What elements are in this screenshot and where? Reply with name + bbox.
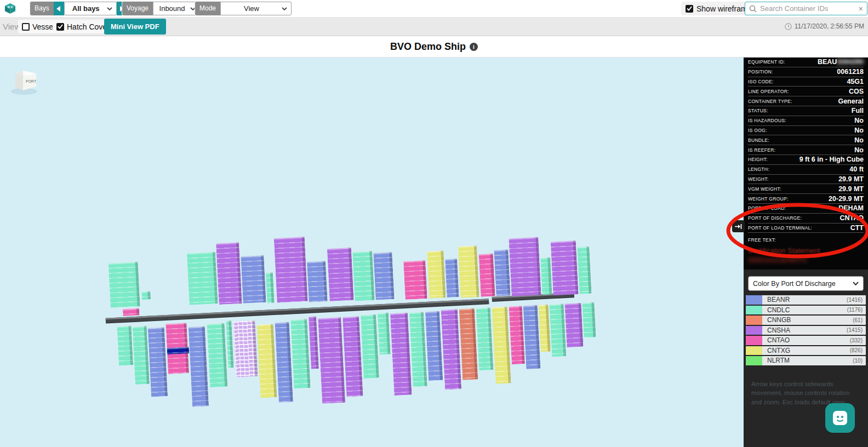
container-stack-above-deck[interactable] [352, 251, 375, 301]
check-icon [687, 6, 692, 11]
container-stack-below-deck[interactable] [492, 307, 511, 384]
legend-color-chip [746, 346, 762, 356]
container-stack-below-deck[interactable] [290, 319, 310, 388]
container-stack-below-deck[interactable] [378, 313, 391, 355]
container-stack-above-deck[interactable] [551, 240, 579, 295]
free-text-line2: 2020111113244UTC [748, 256, 864, 264]
legend-color-chip [746, 356, 762, 365]
container-stack-below-deck[interactable] [257, 324, 277, 398]
page-title: BVO Demo Ship [390, 41, 466, 53]
container-stack-below-deck[interactable] [309, 316, 319, 369]
container-stack-above-deck[interactable] [373, 252, 394, 300]
container-stack-above-deck[interactable] [509, 237, 541, 296]
mode-control-group: Mode View [195, 1, 292, 16]
viewport-3d[interactable]: PORT [0, 58, 744, 447]
container-stack-above-deck[interactable] [445, 259, 459, 297]
mini-view-pdf-button[interactable]: Mini View PDF [104, 19, 166, 35]
legend-item-beanr[interactable]: BEANR(1416) [746, 295, 866, 305]
color-by-select[interactable]: Color By Port Of Discharge [748, 276, 864, 291]
container-stack-below-deck[interactable] [582, 302, 596, 337]
show-wireframes-checkbox[interactable] [686, 5, 693, 13]
legend-count: (1415) [847, 327, 866, 333]
container-stack-below-deck[interactable] [275, 322, 293, 403]
container-stack-below-deck[interactable] [409, 312, 427, 387]
container-stack-below-deck[interactable] [361, 314, 379, 379]
detail-row: PORT OF DISCHARGE:CNTAO [748, 214, 864, 224]
chevron-down-icon [107, 7, 112, 10]
app-logo-icon: B V [4, 2, 16, 17]
mode-select[interactable]: View [220, 2, 292, 15]
panel-collapse-button[interactable] [732, 220, 745, 232]
detail-label: POSITION: [748, 69, 773, 74]
legend-item-cntao[interactable]: CNTAO(332) [746, 336, 866, 345]
container-stack-above-deck[interactable] [274, 237, 308, 303]
orientation-cube[interactable]: PORT [9, 67, 39, 98]
legend-port-code: BEANR [762, 296, 847, 303]
container-stack-below-deck[interactable] [441, 309, 461, 389]
detail-value: No [854, 117, 864, 124]
container-stack-above-deck[interactable] [307, 261, 328, 302]
container-stack-below-deck[interactable] [425, 311, 443, 381]
container-stack-above-deck[interactable] [577, 247, 591, 294]
left-arrow-icon [56, 6, 61, 12]
legend-color-chip [746, 316, 762, 325]
discharge-port-legend: BEANR(1416)CNDLC(1176)CNNGB(61)CNSHA(141… [746, 295, 866, 365]
container-stack-below-deck[interactable] [226, 320, 233, 368]
container-stack-below-deck[interactable] [564, 303, 583, 347]
container-stack-below-deck[interactable] [509, 306, 525, 364]
legend-item-nlrtm[interactable]: NLRTM(10) [746, 356, 866, 365]
bays-prev-button[interactable] [54, 2, 64, 15]
container-stack-above-deck[interactable] [266, 272, 275, 303]
container-stack-below-deck[interactable] [207, 323, 228, 387]
detail-row: EQUIPMENT ID:BEAU5594290 [748, 58, 864, 67]
container-stack-above-deck[interactable] [494, 249, 510, 296]
container-stack-above-deck[interactable] [141, 291, 151, 300]
voyage-select[interactable]: Inbound [153, 2, 200, 15]
container-stack-above-deck[interactable] [427, 250, 446, 298]
chat-widget-button[interactable] [825, 403, 855, 433]
search-clear-icon[interactable]: × [859, 4, 863, 13]
legend-item-cnngb[interactable]: CNNGB(61) [746, 316, 866, 325]
hatch-covers-checkbox[interactable] [56, 23, 64, 31]
container-stack-below-deck[interactable] [539, 305, 551, 352]
legend-item-cnsha[interactable]: CNSHA(1415) [746, 326, 866, 335]
detail-row: LINE OPERATOR:COS [748, 87, 864, 96]
container-stack-below-deck[interactable] [117, 325, 134, 365]
container-stack-above-deck[interactable] [241, 255, 266, 303]
container-stack-above-deck[interactable] [108, 262, 140, 308]
detail-row: PORT OF LOAD:DEHAM [748, 204, 864, 214]
legend-count: (826) [850, 347, 866, 353]
container-stack-above-deck[interactable] [479, 254, 495, 297]
container-stack-below-deck[interactable] [550, 303, 567, 357]
container-stack-below-deck[interactable] [148, 327, 168, 397]
container-stack-above-deck[interactable] [458, 245, 479, 298]
legend-item-cntxg[interactable]: CNTXG(826) [746, 346, 866, 356]
container-stack-above-deck[interactable] [540, 257, 552, 295]
detail-row: POSITION:0061218 [748, 67, 864, 77]
container-stack-below-deck[interactable] [318, 317, 345, 404]
container-stack-below-deck[interactable] [523, 305, 541, 369]
info-icon[interactable]: i [470, 43, 478, 51]
container-stack-below-deck[interactable] [133, 326, 150, 385]
container-stack-above-deck[interactable] [123, 308, 140, 317]
vessel-checkbox[interactable] [22, 23, 30, 31]
container-stack-below-deck[interactable] [167, 347, 190, 354]
container-stack-below-deck[interactable] [459, 308, 478, 380]
container-stack-below-deck[interactable] [476, 307, 494, 370]
container-stack-below-deck[interactable] [342, 316, 363, 397]
legend-count: (10) [853, 358, 866, 364]
container-stack-above-deck[interactable] [187, 251, 218, 305]
detail-label: PORT OF LOAD TERMINAL: [748, 225, 812, 231]
search-input[interactable] [760, 4, 855, 13]
detail-row: LENGTH:40 ft [748, 165, 864, 175]
container-stack-below-deck[interactable] [189, 326, 209, 406]
legend-item-cndlc[interactable]: CNDLC(1176) [746, 306, 866, 315]
container-stack-below-deck[interactable] [390, 313, 412, 396]
detail-label: BUNDLE: [748, 137, 769, 143]
container-stack-above-deck[interactable] [403, 260, 427, 300]
bays-select[interactable]: All bays [64, 2, 117, 15]
detail-value: No [854, 146, 864, 154]
container-stack-above-deck[interactable] [216, 242, 242, 305]
container-stack-above-deck[interactable] [327, 248, 354, 301]
container-stack-below-deck[interactable] [233, 320, 258, 377]
